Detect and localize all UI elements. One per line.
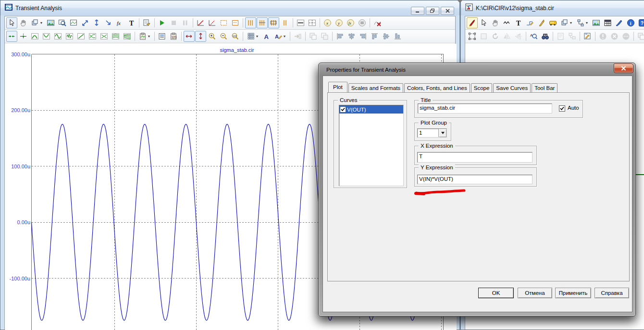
restore-button[interactable] bbox=[426, 7, 439, 15]
circx-icon[interactable]: x bbox=[322, 17, 333, 28]
right-window-titlebar[interactable]: K:\CIR\CIR\v12\sigma_stab.cir bbox=[461, 0, 644, 15]
combo-dropdown-button[interactable] bbox=[438, 129, 446, 137]
tab-scales-and-formats[interactable]: Scales and Formats bbox=[348, 83, 403, 92]
tab-scope[interactable]: Scope bbox=[471, 83, 493, 92]
tab-plot[interactable]: Plot bbox=[328, 82, 347, 92]
alignc-icon[interactable] bbox=[346, 31, 357, 42]
zoom100-icon[interactable]: 100 bbox=[230, 31, 241, 42]
ramp2-icon[interactable] bbox=[207, 17, 218, 28]
bars2-icon[interactable] bbox=[257, 17, 268, 28]
dialog-button-cancel[interactable]: Отмена bbox=[518, 288, 552, 298]
boxg-icon[interactable] bbox=[478, 31, 489, 42]
dialog-button-ok[interactable]: OK bbox=[478, 288, 514, 298]
wpt1-icon[interactable] bbox=[6, 31, 17, 42]
casc1-icon[interactable] bbox=[308, 31, 319, 42]
stop-icon[interactable] bbox=[168, 17, 179, 28]
tableD-icon[interactable] bbox=[602, 17, 613, 28]
obox1-icon[interactable] bbox=[218, 17, 229, 28]
bars4-icon[interactable] bbox=[280, 17, 291, 28]
tab-save-curves[interactable]: Save Curves bbox=[493, 83, 531, 92]
scalexy-icon[interactable] bbox=[80, 17, 91, 28]
scybox-icon[interactable] bbox=[195, 31, 206, 42]
delcurve-icon[interactable] bbox=[372, 17, 383, 28]
textT-icon[interactable]: T bbox=[513, 17, 524, 28]
fliph-icon[interactable] bbox=[501, 31, 512, 42]
cexcl-icon[interactable] bbox=[597, 31, 608, 42]
gcross-icon[interactable] bbox=[87, 31, 98, 42]
dialog-button-apply[interactable]: Применить bbox=[555, 288, 591, 298]
image-icon[interactable] bbox=[591, 17, 602, 28]
plotbox-icon[interactable] bbox=[68, 17, 79, 28]
alignb-icon[interactable] bbox=[392, 31, 403, 42]
title-field[interactable]: sigma_stab.cir bbox=[418, 103, 552, 114]
casc2-icon[interactable] bbox=[319, 31, 330, 42]
penred-icon[interactable] bbox=[467, 17, 478, 28]
fontA-icon[interactable]: A bbox=[261, 31, 272, 42]
curve-list-item[interactable]: V(OUT) bbox=[339, 105, 403, 114]
gnoise-icon[interactable] bbox=[64, 31, 75, 42]
props-icon[interactable] bbox=[141, 17, 152, 28]
alignr-icon[interactable] bbox=[358, 31, 369, 42]
wpt2-icon[interactable] bbox=[18, 31, 29, 42]
ramp1-icon[interactable] bbox=[195, 17, 206, 28]
helpq-icon[interactable]: ? bbox=[637, 17, 644, 28]
rotate-icon[interactable] bbox=[490, 31, 501, 42]
tab-tool-bar[interactable]: Tool Bar bbox=[532, 83, 557, 92]
binoc-icon[interactable] bbox=[540, 31, 551, 42]
gpeak-icon[interactable] bbox=[29, 31, 40, 42]
zoomout-icon[interactable] bbox=[218, 31, 229, 42]
casc1-icon[interactable] bbox=[636, 31, 644, 42]
boxes-icon[interactable] bbox=[567, 31, 578, 42]
pend-icon[interactable] bbox=[536, 17, 547, 28]
bars1-icon[interactable] bbox=[245, 17, 256, 28]
bars3-icon[interactable] bbox=[268, 17, 279, 28]
gmulti-icon[interactable] bbox=[110, 31, 121, 42]
auto-checkbox[interactable] bbox=[559, 105, 565, 112]
y-expression-field[interactable]: V(IN)*V(OUT) bbox=[417, 175, 533, 184]
cube-icon[interactable]: ▼ bbox=[559, 17, 574, 28]
info-icon[interactable]: i bbox=[625, 17, 636, 28]
curves-listbox[interactable]: V(OUT) bbox=[339, 105, 404, 186]
gcrossx-icon[interactable] bbox=[99, 31, 110, 42]
penbox-icon[interactable] bbox=[582, 31, 593, 42]
gdiag-icon[interactable] bbox=[75, 31, 87, 42]
cdots-icon[interactable] bbox=[620, 31, 632, 42]
circy-icon[interactable]: y bbox=[334, 17, 345, 28]
arrowdr-icon[interactable] bbox=[103, 17, 114, 28]
hand-icon[interactable] bbox=[18, 17, 29, 28]
play-icon[interactable] bbox=[157, 17, 168, 28]
goarrow-icon[interactable] bbox=[292, 31, 303, 42]
scaley-icon[interactable] bbox=[91, 17, 102, 28]
dialog-button-help[interactable]: Справка bbox=[594, 288, 629, 298]
fx-icon[interactable]: fx bbox=[114, 17, 125, 28]
selbox-icon[interactable] bbox=[467, 31, 478, 42]
circfx-icon[interactable]: fx bbox=[345, 17, 356, 28]
bluelist-icon[interactable] bbox=[157, 31, 168, 42]
hand-icon[interactable] bbox=[490, 17, 501, 28]
flow-icon[interactable]: ▼ bbox=[575, 17, 590, 28]
curve-checkbox[interactable] bbox=[340, 106, 346, 113]
alignm-icon[interactable] bbox=[381, 31, 392, 42]
zoomin-icon[interactable] bbox=[207, 31, 218, 42]
textT-icon[interactable]: T bbox=[126, 17, 137, 28]
bus-icon[interactable] bbox=[547, 17, 558, 28]
alignl-icon[interactable] bbox=[334, 31, 346, 42]
alignt-icon[interactable] bbox=[369, 31, 380, 42]
clipwave-icon[interactable]: ▼ bbox=[137, 31, 152, 42]
flipv-icon[interactable] bbox=[513, 31, 524, 42]
gmulti2-icon[interactable] bbox=[122, 31, 133, 42]
pause-icon[interactable] bbox=[180, 17, 191, 28]
crosshair-icon[interactable] bbox=[307, 17, 318, 28]
hline-icon[interactable] bbox=[295, 17, 306, 28]
zigzag-icon[interactable] bbox=[501, 17, 512, 28]
scxbox-icon[interactable] bbox=[184, 31, 195, 42]
gsine-icon[interactable] bbox=[52, 31, 63, 42]
minimize-button[interactable] bbox=[411, 7, 424, 15]
close-button[interactable] bbox=[441, 7, 454, 15]
left-window-titlebar[interactable]: Transient Analysis bbox=[0, 0, 459, 15]
zoomreg-icon[interactable] bbox=[57, 17, 68, 28]
plot-group-combo[interactable]: 1 bbox=[417, 128, 447, 138]
tab-colors-fonts-and-lines[interactable]: Colors, Fonts, and Lines bbox=[404, 83, 470, 92]
obox2-icon[interactable] bbox=[230, 17, 241, 28]
cube-icon[interactable]: ▼ bbox=[29, 17, 45, 28]
